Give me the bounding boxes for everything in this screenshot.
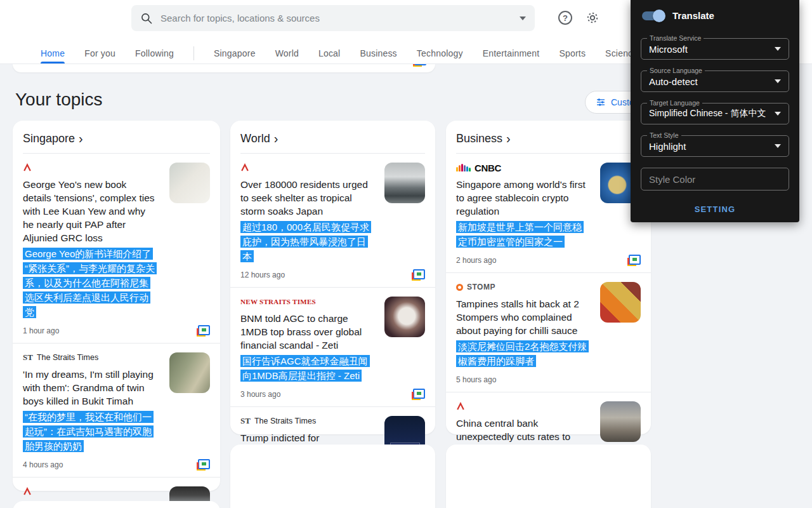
article: Over 180000 residents urged to seek shel… <box>230 154 435 287</box>
next-card-world <box>230 444 435 508</box>
tab-for-you[interactable]: For you <box>84 43 115 64</box>
chevron-right-icon: › <box>506 134 511 143</box>
translated-text: George Yeo的新书详细介绍了“紧张关系”，与李光耀的复杂关系，以及为什么… <box>23 248 157 318</box>
cnbc-peacock-icon <box>456 164 471 171</box>
field-label: Target Language <box>647 99 702 107</box>
full-coverage-icon[interactable] <box>197 459 210 471</box>
full-coverage-icon <box>413 64 426 67</box>
translated-text: 新加坡是世界上第一个同意稳定币加密监管的国家之一 <box>456 221 584 248</box>
translate-service-select[interactable]: Translate Service Microsoft <box>641 38 789 60</box>
dropdown-caret-icon <box>775 47 781 51</box>
translate-toggle[interactable] <box>642 11 664 20</box>
straits-times-logo-icon: ST <box>240 416 251 426</box>
article-thumbnail[interactable] <box>169 352 210 393</box>
straits-times-logo-icon: ST <box>23 352 33 363</box>
next-card-business <box>446 444 651 508</box>
source-language-select[interactable]: Source Language Auto-detect <box>641 70 789 92</box>
article: ST The Straits Times 'In my dreams, I'm … <box>13 343 220 477</box>
next-card-singapore <box>13 501 220 508</box>
article-title[interactable]: Over 180000 residents urged to seek shel… <box>240 178 372 218</box>
new-straits-times-logo: New Straits Times <box>240 298 316 305</box>
source-name: The Straits Times <box>37 353 98 362</box>
tab-following[interactable]: Following <box>135 43 174 64</box>
cna-logo-icon <box>23 487 32 496</box>
article-timestamp: 1 hour ago <box>23 326 59 335</box>
chevron-right-icon: › <box>79 134 83 143</box>
tab-business[interactable]: Business <box>360 43 396 64</box>
text-style-select[interactable]: Text Style Highlight <box>641 135 789 157</box>
full-coverage-icon[interactable] <box>627 255 641 266</box>
field-label: Translate Service <box>647 34 704 42</box>
tab-divider <box>193 46 194 60</box>
article-timestamp: 4 hours ago <box>23 460 63 469</box>
article-thumbnail[interactable] <box>600 401 641 442</box>
article-title[interactable]: Tampines stalls hit back at 2 Stompers w… <box>456 297 587 337</box>
topic-card-world: World › Over 180000 residents urged to s… <box>230 121 435 434</box>
article-title[interactable]: Singapore among world's first to agree s… <box>456 178 587 218</box>
source-name: STOMP <box>467 283 495 291</box>
tab-entertainment[interactable]: Entertainment <box>483 43 540 64</box>
setting-link[interactable]: SETTING <box>631 204 799 214</box>
full-coverage-icon[interactable] <box>197 325 210 337</box>
page-title: Your topics <box>15 90 103 110</box>
help-icon[interactable]: ? <box>558 10 573 25</box>
dropdown-caret-icon <box>775 144 781 148</box>
search-input[interactable]: Search for topics, locations & sources <box>131 5 535 31</box>
field-value: Microsoft <box>649 44 775 55</box>
column-title-business[interactable]: Business › <box>446 121 651 153</box>
cna-logo-icon <box>23 163 32 172</box>
stomp-logo-icon <box>456 284 463 291</box>
field-label: Text Style <box>647 131 681 139</box>
column-title-text: Singapore <box>23 132 75 145</box>
style-color-input[interactable] <box>641 168 789 190</box>
tab-home[interactable]: Home <box>41 43 65 64</box>
article: George Yeo's new book details 'tensions'… <box>13 154 220 343</box>
tab-world[interactable]: World <box>275 43 299 64</box>
translated-text: 淡滨尼摊位回击2名抱怨支付辣椒酱费用的跺脚者 <box>456 340 589 367</box>
article: New Straits Times BNM told AGC to charge… <box>230 287 435 406</box>
article-title[interactable]: George Yeo's new book details 'tensions'… <box>23 178 157 244</box>
panel-title: Translate <box>672 10 714 21</box>
article-thumbnail[interactable] <box>169 163 210 203</box>
scrolled-card-remnant <box>13 64 435 72</box>
chevron-right-icon: › <box>274 134 278 143</box>
target-language-select[interactable]: Target Language Simplified Chinese - 简体中… <box>641 103 789 124</box>
column-title-text: Business <box>456 132 502 145</box>
article-timestamp: 3 hours ago <box>240 390 280 399</box>
cnbc-logo: CNBC <box>475 163 501 173</box>
settings-gear-icon[interactable] <box>585 10 600 25</box>
article-thumbnail[interactable] <box>384 163 425 203</box>
cna-logo-icon <box>456 402 465 411</box>
tab-technology[interactable]: Technology <box>417 43 463 64</box>
sliders-icon <box>596 97 606 107</box>
full-coverage-icon[interactable] <box>412 389 425 400</box>
article-title[interactable]: 'In my dreams, I'm still playing with th… <box>23 368 157 408</box>
tab-singapore[interactable]: Singapore <box>214 43 256 64</box>
column-title-text: World <box>240 132 270 145</box>
column-title-world[interactable]: World › <box>230 121 435 153</box>
full-coverage-icon[interactable] <box>412 269 425 281</box>
article-thumbnail[interactable] <box>600 282 641 323</box>
nav-tabs: Home For you Following Singapore World L… <box>41 43 684 64</box>
google-news-page: Search for topics, locations & sources ?… <box>0 0 812 508</box>
search-dropdown-caret-icon[interactable] <box>520 17 526 20</box>
search-placeholder: Search for topics, locations & sources <box>160 13 520 23</box>
source-name: The Straits Times <box>254 417 316 425</box>
field-label: Source Language <box>647 67 705 74</box>
article-timestamp: 12 hours ago <box>240 271 285 279</box>
article-timestamp: 5 hours ago <box>456 375 496 384</box>
tab-sports[interactable]: Sports <box>559 43 586 64</box>
field-value: Highlight <box>649 141 775 152</box>
tab-local[interactable]: Local <box>318 43 340 64</box>
dropdown-caret-icon <box>775 79 781 83</box>
article-thumbnail[interactable] <box>384 297 425 337</box>
article: STOMP Tampines stalls hit back at 2 Stom… <box>446 272 651 392</box>
search-icon <box>140 12 153 25</box>
dropdown-caret-icon <box>775 112 781 116</box>
article: CNBC Singapore among world's first to ag… <box>446 154 651 272</box>
topic-card-business: Business › CNBC Singapore among world's … <box>446 121 651 434</box>
svg-text:?: ? <box>563 13 568 23</box>
article-title[interactable]: BNM told AGC to charge 1MDB top brass ov… <box>240 312 372 352</box>
translated-text: 超过180，000名居民敦促寻求庇护，因为热带风暴浸泡了日本 <box>240 221 371 262</box>
column-title-singapore[interactable]: Singapore › <box>13 121 220 153</box>
